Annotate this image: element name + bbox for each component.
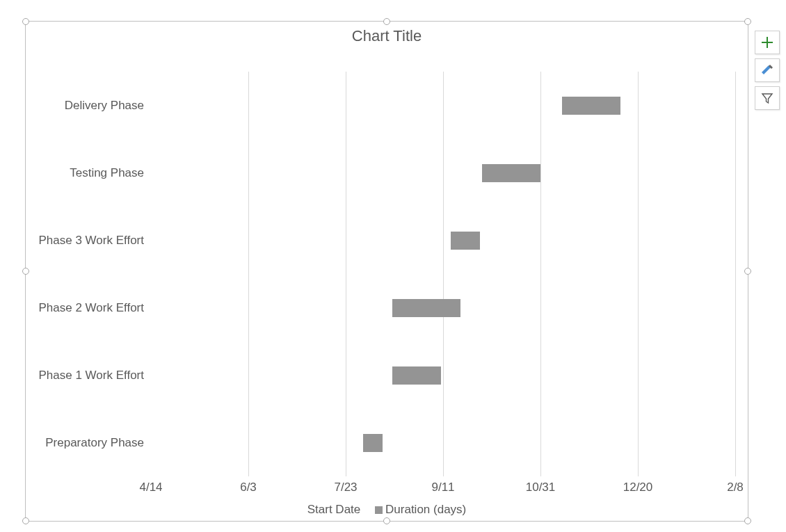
x-axis-label: 12/20 bbox=[623, 481, 653, 494]
legend-entry-start-date[interactable]: Start Date bbox=[307, 503, 361, 516]
resize-handle-bottom-center[interactable] bbox=[383, 517, 390, 524]
resize-handle-bottom-left[interactable] bbox=[22, 517, 29, 524]
gantt-bar[interactable] bbox=[392, 299, 460, 317]
gantt-bar[interactable] bbox=[482, 164, 540, 182]
y-axis-label: Phase 2 Work Effort bbox=[31, 301, 144, 315]
plot-area[interactable]: 4/146/37/239/1110/3112/202/8 bbox=[151, 72, 735, 476]
gantt-bar[interactable] bbox=[363, 434, 383, 452]
gantt-bar[interactable] bbox=[392, 366, 441, 385]
chart-elements-button[interactable] bbox=[755, 31, 780, 54]
y-axis-label: Phase 1 Work Effort bbox=[31, 369, 144, 382]
x-axis-label: 10/31 bbox=[526, 481, 556, 494]
gantt-bar[interactable] bbox=[451, 232, 480, 250]
chart-title[interactable]: Chart Title bbox=[26, 27, 748, 45]
x-axis-label: 7/23 bbox=[334, 481, 357, 494]
x-axis-label: 2/8 bbox=[727, 481, 744, 494]
gridline bbox=[346, 72, 346, 476]
resize-handle-top-right[interactable] bbox=[744, 18, 751, 25]
resize-handle-top-left[interactable] bbox=[22, 18, 29, 25]
y-axis-label: Preparatory Phase bbox=[31, 436, 144, 450]
gantt-bar[interactable] bbox=[562, 97, 620, 115]
legend-entry-duration[interactable]: Duration (days) bbox=[385, 503, 466, 516]
chart-object[interactable]: Chart Title 4/146/37/239/1110/3112/202/8… bbox=[25, 21, 748, 522]
gridline bbox=[540, 72, 541, 476]
resize-handle-middle-right[interactable] bbox=[744, 268, 751, 275]
resize-handle-top-center[interactable] bbox=[383, 18, 390, 25]
gridline bbox=[443, 72, 444, 476]
plus-icon bbox=[760, 35, 774, 49]
chart-legend[interactable]: Start Date Duration (days) bbox=[26, 503, 748, 517]
resize-handle-bottom-right[interactable] bbox=[744, 517, 751, 524]
y-axis-label: Phase 3 Work Effort bbox=[31, 234, 144, 248]
gridline bbox=[248, 72, 249, 476]
y-axis-label: Testing Phase bbox=[31, 166, 144, 180]
gridline bbox=[735, 72, 736, 476]
x-axis-label: 9/11 bbox=[431, 481, 454, 494]
legend-swatch-icon bbox=[375, 506, 383, 514]
x-axis-label: 4/14 bbox=[139, 481, 162, 494]
funnel-icon bbox=[760, 91, 774, 105]
chart-filters-button[interactable] bbox=[755, 86, 780, 110]
chart-styles-button[interactable] bbox=[755, 58, 780, 82]
x-axis-label: 6/3 bbox=[240, 481, 257, 494]
y-axis-label: Delivery Phase bbox=[31, 99, 144, 113]
gridline bbox=[638, 72, 639, 476]
paintbrush-icon bbox=[760, 63, 775, 78]
resize-handle-middle-left[interactable] bbox=[22, 268, 29, 275]
